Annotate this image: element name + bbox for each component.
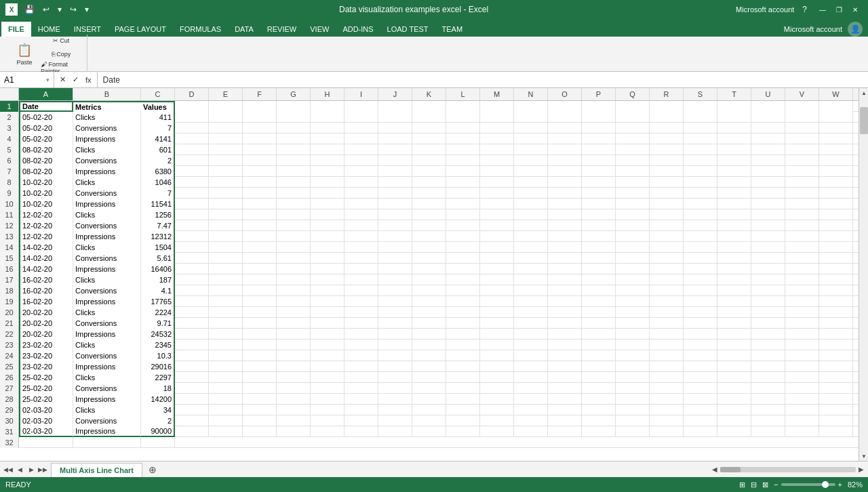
sheet-scroll-left[interactable]: ◀◀ <box>3 464 14 475</box>
tab-formulas[interactable]: FORMULAS <box>173 22 228 37</box>
cell-m4[interactable] <box>480 134 514 144</box>
cut-button[interactable]: ✂ Cut <box>41 35 81 47</box>
cell-e2[interactable] <box>209 112 243 123</box>
cell-n10[interactable] <box>514 199 548 209</box>
cell-d30[interactable] <box>175 415 209 426</box>
cell-u19[interactable] <box>751 296 785 307</box>
cell-v1[interactable] <box>785 101 819 112</box>
col-header-h[interactable]: H <box>311 88 344 100</box>
cell-p1[interactable] <box>582 101 616 112</box>
vertical-scrollbar[interactable]: ▲ ▼ <box>859 88 868 461</box>
row-header-29[interactable]: 29 <box>0 405 19 415</box>
cell-f30[interactable] <box>243 415 277 426</box>
cell-t14[interactable] <box>717 242 751 253</box>
cell-d2[interactable] <box>175 112 209 123</box>
cell-s17[interactable] <box>684 274 717 285</box>
cell-a4[interactable]: 05-02-20 <box>19 134 73 144</box>
cell-j18[interactable] <box>378 285 412 296</box>
cell-g21[interactable] <box>277 318 311 329</box>
cell-k29[interactable] <box>412 405 446 415</box>
cell-j28[interactable] <box>378 394 412 405</box>
cell-j20[interactable] <box>378 307 412 318</box>
cell-r7[interactable] <box>650 166 684 177</box>
cell-d9[interactable] <box>175 188 209 199</box>
cell-b21[interactable]: Conversions <box>73 318 141 329</box>
cell-q24[interactable] <box>616 350 650 361</box>
cell-b32[interactable] <box>73 437 141 448</box>
cell-v18[interactable] <box>785 285 819 296</box>
cell-e18[interactable] <box>209 285 243 296</box>
cell-b26[interactable]: Clicks <box>73 372 141 383</box>
cell-u12[interactable] <box>751 220 785 231</box>
cell-r16[interactable] <box>650 264 684 274</box>
cell-e26[interactable] <box>209 372 243 383</box>
cell-b25[interactable]: Impressions <box>73 361 141 372</box>
cell-q5[interactable] <box>616 144 650 155</box>
cell-t16[interactable] <box>717 264 751 274</box>
cell-n19[interactable] <box>514 296 548 307</box>
cell-t11[interactable] <box>717 209 751 220</box>
cell-q21[interactable] <box>616 318 650 329</box>
cell-l15[interactable] <box>446 253 480 264</box>
cell-v7[interactable] <box>785 166 819 177</box>
cell-e23[interactable] <box>209 340 243 350</box>
cell-g8[interactable] <box>277 177 311 188</box>
cell-r1[interactable] <box>650 101 684 112</box>
cell-c17[interactable]: 187 <box>141 274 175 285</box>
cell-a28[interactable]: 25-02-20 <box>19 394 73 405</box>
cell-n14[interactable] <box>514 242 548 253</box>
cell-m5[interactable] <box>480 144 514 155</box>
scroll-right-btn[interactable]: ▶ <box>857 464 865 474</box>
cell-v25[interactable] <box>785 361 819 372</box>
cell-e3[interactable] <box>209 123 243 134</box>
col-header-r[interactable]: R <box>650 88 684 100</box>
cell-g9[interactable] <box>277 188 311 199</box>
cell-u1[interactable] <box>751 101 785 112</box>
cell-o20[interactable] <box>548 307 582 318</box>
scroll-left-btn[interactable]: ◀ <box>711 464 719 474</box>
cell-k30[interactable] <box>412 415 446 426</box>
cell-o22[interactable] <box>548 329 582 340</box>
row-header-28[interactable]: 28 <box>0 394 19 405</box>
cell-b6[interactable]: Conversions <box>73 155 141 166</box>
cell-c5[interactable]: 601 <box>141 144 175 155</box>
save-button[interactable]: 💾 <box>22 3 37 16</box>
cell-l19[interactable] <box>446 296 480 307</box>
cell-a22[interactable]: 20-02-20 <box>19 329 73 340</box>
cell-k3[interactable] <box>412 123 446 134</box>
cell-r20[interactable] <box>650 307 684 318</box>
cell-i31[interactable] <box>344 426 378 437</box>
cell-reference-box[interactable]: A1 ▾ <box>0 72 54 88</box>
cell-o9[interactable] <box>548 188 582 199</box>
cell-o7[interactable] <box>548 166 582 177</box>
cell-d27[interactable] <box>175 383 209 394</box>
cell-h29[interactable] <box>311 405 344 415</box>
cell-m14[interactable] <box>480 242 514 253</box>
cell-d6[interactable] <box>175 155 209 166</box>
cell-c10[interactable]: 11541 <box>141 199 175 209</box>
scroll-thumb[interactable] <box>860 107 868 134</box>
cell-u15[interactable] <box>751 253 785 264</box>
cell-k16[interactable] <box>412 264 446 274</box>
row-header-31[interactable]: 31 <box>0 426 19 437</box>
cell-d20[interactable] <box>175 307 209 318</box>
row-header-9[interactable]: 9 <box>0 188 19 199</box>
cell-u4[interactable] <box>751 134 785 144</box>
cell-i18[interactable] <box>344 285 378 296</box>
cell-a14[interactable]: 14-02-20 <box>19 242 73 253</box>
insert-function-btn[interactable]: fx <box>83 76 94 84</box>
cell-h30[interactable] <box>311 415 344 426</box>
cell-v31[interactable] <box>785 426 819 437</box>
cell-c26[interactable]: 2297 <box>141 372 175 383</box>
cell-r13[interactable] <box>650 231 684 242</box>
cell-c9[interactable]: 7 <box>141 188 175 199</box>
cell-h3[interactable] <box>311 123 344 134</box>
cell-u26[interactable] <box>751 372 785 383</box>
cell-c14[interactable]: 1504 <box>141 242 175 253</box>
cell-m8[interactable] <box>480 177 514 188</box>
row-header-17[interactable]: 17 <box>0 274 19 285</box>
cell-j19[interactable] <box>378 296 412 307</box>
cell-s22[interactable] <box>684 329 717 340</box>
cell-p19[interactable] <box>582 296 616 307</box>
cell-c15[interactable]: 5.61 <box>141 253 175 264</box>
